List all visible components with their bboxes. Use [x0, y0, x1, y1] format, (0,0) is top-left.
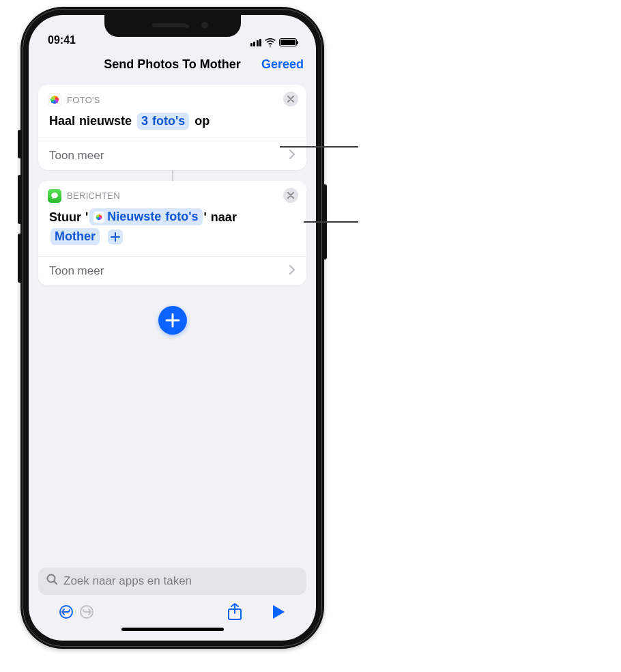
add-action-button[interactable] — [158, 306, 187, 335]
action-description: Stuur ' — [38, 207, 306, 256]
wifi-icon — [265, 38, 276, 46]
delete-action-button[interactable] — [283, 188, 298, 203]
home-indicator[interactable] — [121, 628, 224, 631]
callout-line — [280, 146, 358, 148]
redo-button[interactable] — [76, 602, 97, 622]
show-more-label: Toon meer — [49, 264, 104, 278]
show-more-label: Toon meer — [49, 149, 104, 163]
phone-frame: 09:41 Send Photos To Mother Gereed — [20, 7, 324, 649]
text: ' naar — [204, 210, 237, 224]
action-card-messages[interactable]: BERICHTEN Stuur ' — [38, 181, 306, 285]
add-recipient-button[interactable] — [108, 229, 123, 244]
volume-down-button — [18, 234, 22, 283]
pill-label: Nieuwste foto's — [107, 208, 198, 225]
volume-up-button — [18, 175, 22, 224]
messages-app-icon — [48, 189, 61, 203]
toolbar — [38, 595, 306, 624]
action-description: Haal nieuwste 3 foto's op — [38, 111, 306, 141]
nav-bar: Send Photos To Mother Gereed — [29, 48, 316, 81]
photos-app-icon — [48, 93, 61, 107]
share-button[interactable] — [225, 602, 245, 622]
svg-point-7 — [51, 96, 55, 100]
recipient-param[interactable]: Mother — [50, 228, 100, 245]
page-title: Send Photos To Mother — [104, 57, 241, 72]
text: op — [194, 114, 210, 128]
screen: 09:41 Send Photos To Mother Gereed — [29, 15, 316, 641]
search-field[interactable]: Zoek naar apps en taken — [38, 568, 306, 595]
action-card-photos[interactable]: FOTO'S Haal nieuwste 3 foto's op Toon me… — [38, 85, 306, 170]
mute-switch — [18, 130, 22, 158]
undo-button[interactable] — [56, 602, 76, 622]
card-app-label: BERICHTEN — [67, 191, 120, 201]
card-header: FOTO'S — [38, 85, 306, 111]
photo-count-param[interactable]: 3 foto's — [137, 113, 189, 130]
svg-point-15 — [97, 214, 100, 217]
battery-icon — [279, 38, 297, 46]
status-time: 09:41 — [48, 34, 76, 46]
card-app-label: FOTO'S — [67, 95, 100, 105]
cellular-icon — [250, 39, 262, 46]
run-button[interactable] — [268, 602, 289, 622]
editor-canvas: FOTO'S Haal nieuwste 3 foto's op Toon me… — [29, 81, 316, 568]
text: Haal nieuwste — [49, 114, 132, 128]
status-right — [250, 38, 298, 46]
chevron-right-icon — [289, 264, 295, 278]
chevron-right-icon — [289, 149, 295, 163]
search-placeholder: Zoek naar apps en taken — [63, 574, 192, 588]
search-icon — [46, 574, 58, 589]
bottom-area: Zoek naar apps en taken — [29, 568, 316, 641]
delete-action-button[interactable] — [283, 92, 298, 107]
callout-line — [304, 221, 358, 223]
show-more-row[interactable]: Toon meer — [38, 256, 306, 285]
show-more-row[interactable]: Toon meer — [38, 141, 306, 170]
photos-mini-icon — [93, 212, 104, 223]
text: Stuur ' — [49, 210, 88, 224]
card-header: BERICHTEN — [38, 181, 306, 207]
message-content-param[interactable]: Nieuwste foto's — [89, 208, 202, 225]
done-button[interactable]: Gereed — [261, 57, 304, 72]
notch — [104, 15, 241, 37]
